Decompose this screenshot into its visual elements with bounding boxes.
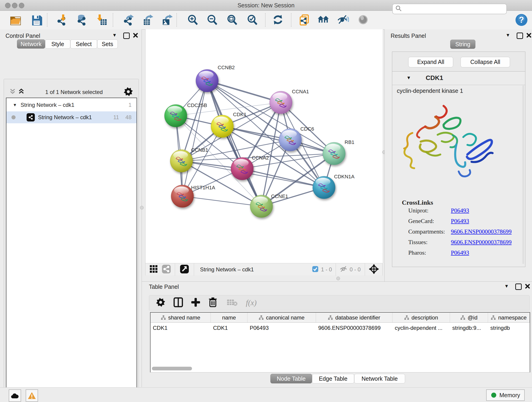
tab-sets[interactable]: Sets [97, 39, 118, 49]
column-header-shared-name[interactable]: shared name [151, 313, 211, 323]
crosslink-row: Tissues: 9606.ENSP00000378699 [408, 239, 518, 246]
preview-eye-icon[interactable] [357, 13, 370, 26]
export-image-icon[interactable] [161, 13, 174, 26]
hidden-eye-icon[interactable] [339, 265, 348, 274]
crosslink-link[interactable]: P06493 [451, 249, 469, 256]
gear-icon[interactable] [123, 87, 133, 98]
birdseye-icon[interactable] [369, 264, 379, 275]
crosslink-link[interactable]: 9606.ENSP00000378699 [451, 228, 512, 235]
crosslink-link[interactable]: P06493 [451, 207, 469, 214]
save-session-icon[interactable] [30, 13, 43, 26]
column-header-namespace[interactable]: namespace [488, 313, 530, 323]
search-input[interactable] [402, 6, 506, 12]
gene-section-header[interactable]: ▼ CDK1 [392, 71, 525, 85]
expand-all-button[interactable]: Expand All [408, 57, 453, 67]
help-button[interactable]: ? [515, 13, 528, 27]
neighbors-icon[interactable] [317, 13, 330, 26]
network-node-RB1[interactable]: RB1 [323, 139, 355, 165]
control-panel-float-icon[interactable] [123, 32, 130, 39]
table-cell[interactable]: cyclin-dependent ... [393, 323, 450, 333]
tab-select[interactable]: Select [70, 39, 97, 49]
tab-style[interactable]: Style [45, 39, 70, 49]
split-columns-icon[interactable] [173, 297, 183, 308]
column-header-description[interactable]: description [393, 313, 450, 323]
import-network-icon[interactable] [56, 13, 68, 26]
network-node-HIST1H1A[interactable]: HIST1H1A [171, 185, 215, 207]
tab-network-table[interactable]: Network Table [354, 374, 405, 383]
table-panel-close-icon[interactable] [525, 283, 530, 289]
open-session-icon[interactable] [9, 13, 22, 26]
hide-unhide-icon[interactable] [336, 13, 349, 26]
export-table-icon[interactable] [141, 13, 154, 26]
export-network-icon[interactable] [122, 13, 135, 26]
refresh-icon[interactable] [272, 13, 284, 26]
grid-view-icon[interactable] [149, 264, 158, 274]
crosslink-link[interactable]: 9606.ENSP00000378699 [451, 239, 512, 246]
network-edge[interactable] [242, 169, 324, 187]
selected-checkbox-icon[interactable] [312, 266, 319, 274]
left-splitter-handle[interactable] [140, 206, 144, 210]
network-tree-row[interactable]: ▼ String Network – cdk1 1 [6, 99, 137, 111]
network-canvas[interactable]: CCNB2 CCNA1 CDC25B CDK1 CDC6 RB1 [145, 29, 383, 263]
memory-button[interactable]: Memory [486, 389, 525, 401]
control-panel-close-icon[interactable] [133, 32, 138, 38]
network-edge[interactable] [182, 81, 207, 196]
warning-button[interactable] [26, 389, 38, 402]
table-cell[interactable]: stringdb [488, 323, 530, 333]
expand-all-icon[interactable] [9, 88, 16, 96]
network-status-dot [12, 115, 16, 119]
control-panel-menu-icon[interactable]: ▼ [112, 32, 117, 38]
table-cell[interactable]: 9606.ENSP00000378699 [316, 323, 393, 333]
delete-column-icon[interactable] [208, 297, 217, 308]
table-cell[interactable]: P06493 [247, 323, 316, 333]
clone-network-icon[interactable] [298, 13, 311, 26]
collapse-all-icon[interactable] [18, 88, 25, 96]
zoom-in-icon[interactable] [187, 13, 200, 26]
gear-icon[interactable] [156, 297, 166, 308]
column-header-name[interactable]: name [211, 313, 247, 323]
tree-collapse-icon[interactable]: ▼ [13, 103, 17, 108]
zoom-out-icon[interactable] [206, 13, 219, 26]
gene-collapse-icon[interactable]: ▼ [406, 75, 411, 80]
network-edge[interactable] [182, 196, 261, 206]
table-panel-float-icon[interactable] [515, 283, 522, 290]
tab-node-table[interactable]: Node Table [270, 374, 312, 383]
network-node-CCNA1[interactable]: CCNA1 [270, 89, 309, 114]
add-column-icon[interactable] [191, 297, 201, 308]
zoom-fit-icon[interactable] [226, 13, 239, 26]
table-cell[interactable]: stringdb:9... [450, 323, 488, 333]
results-panel-close-icon[interactable] [526, 32, 531, 38]
zoom-selected-icon[interactable] [246, 13, 259, 26]
results-actions-box: Expand All Collapse All [392, 51, 525, 72]
results-panel-menu-icon[interactable]: ▼ [506, 32, 510, 38]
column-header-canonical-name[interactable]: canonical name [247, 313, 316, 323]
search-icon [395, 5, 402, 13]
network-node-CDK1[interactable]: CDK1 [211, 112, 247, 138]
table-hscrollbar[interactable] [152, 367, 192, 370]
node-label: CCNA2 [252, 155, 269, 161]
network-node-CDKN1A[interactable]: CDKN1A [313, 174, 355, 199]
search-box[interactable] [392, 4, 507, 14]
horizontal-splitter-handle[interactable] [336, 277, 340, 280]
tab-string[interactable]: String [450, 40, 475, 49]
tab-edge-table[interactable]: Edge Table [312, 374, 354, 383]
network-edge[interactable] [207, 81, 281, 102]
table-cell[interactable]: CDK1 [151, 323, 211, 333]
results-panel-float-icon[interactable] [517, 32, 523, 39]
table-cell[interactable]: CDK1 [211, 323, 247, 333]
column-header-database-identifier[interactable]: database identifier [316, 313, 393, 323]
results-scrollbar[interactable] [522, 85, 524, 264]
cloud-button[interactable] [9, 389, 21, 402]
import-database-icon[interactable] [76, 13, 89, 26]
collapse-all-button[interactable]: Collapse All [461, 57, 510, 67]
import-table-icon[interactable] [96, 13, 109, 26]
network-tree-row[interactable]: String Network – cdk1 11 48 [6, 111, 137, 123]
export-view-icon[interactable] [180, 264, 189, 275]
node-table[interactable]: shared namenamecanonical namedatabase id… [150, 312, 530, 372]
table-panel-menu-icon[interactable]: ▼ [504, 283, 509, 289]
column-header-@id[interactable]: @id [450, 313, 488, 323]
tab-network[interactable]: Network [17, 39, 45, 49]
network-node-CCNE1[interactable]: CCNE1 [250, 193, 288, 217]
share-view-icon[interactable] [162, 264, 171, 275]
crosslink-link[interactable]: P06493 [451, 218, 469, 225]
